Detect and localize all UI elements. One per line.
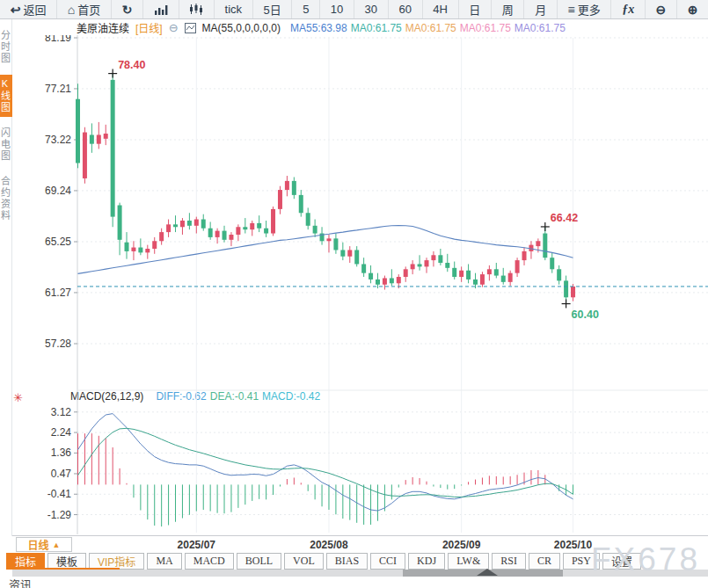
indicator-tab-CCI[interactable]: CCI [370, 553, 405, 570]
zoom-out-icon: ⊖ [656, 4, 667, 16]
ma-value: MA0:61.75 [515, 22, 566, 34]
toolbar-button-5日[interactable]: 5日 [252, 0, 292, 18]
indicator-tab-BIAS[interactable]: BIAS [326, 553, 368, 570]
macd-histogram [78, 433, 573, 526]
fx-icon: ƒx [622, 4, 634, 16]
toolbar-button-label: 更多 [578, 1, 601, 18]
sidebar-item-合约资料[interactable]: 合约资料 [0, 172, 12, 225]
x-axis-label: 2025/09 [442, 539, 480, 551]
toolbar-button-label: 日 [469, 1, 480, 18]
indicator-tab-MACD[interactable]: MACD [185, 553, 234, 570]
x-axis-label: 2025/10 [554, 539, 592, 551]
axis-tick-label: 1.36 [51, 446, 72, 459]
indicator-tab-KDJ[interactable]: KDJ [408, 553, 445, 570]
toolbar-button-label: 30 [365, 3, 377, 16]
axis-tick-label: 73.22 [45, 134, 71, 146]
price-annotation: 66.42 [541, 212, 578, 231]
triangle-up-icon: ▲ [53, 541, 61, 549]
axis-tick-label: 77.21 [45, 83, 71, 95]
toolbar-button-label: 周 [502, 1, 514, 18]
x-axis-label: 2025/07 [178, 539, 215, 551]
ma-formula: MA(55,0,0,0,0,0) [202, 22, 281, 34]
indicator-settings-icon[interactable] [185, 23, 196, 33]
axis-tick-label: -0.41 [47, 488, 72, 500]
toolbar-button-tick[interactable]: tick [214, 0, 252, 18]
indicator-tab-LW&[interactable]: LW& [448, 553, 489, 570]
toolbar-button-label: tick [225, 3, 243, 16]
toolbar-button-label: 10 [331, 3, 343, 16]
period-selector-label: 日线 [28, 537, 49, 552]
kline-chart-canvas[interactable]: 81.1977.2173.2269.2465.2561.2757.283.122… [12, 35, 708, 536]
sidebar-item-分时图[interactable]: 分时图 [0, 26, 12, 68]
ma-value: MA0:61.75 [405, 22, 456, 34]
toolbar-button-周[interactable]: 周 [491, 0, 523, 18]
toolbar-button-label: 5日 [264, 1, 281, 18]
ma-value: MA0:61.75 [460, 22, 511, 34]
collapse-pane-icon[interactable]: ⊖ [169, 22, 179, 33]
toolbar-button-label: 4H [433, 3, 448, 16]
bar-chart-icon [154, 4, 168, 15]
toolbar-button-zoom-in-icon[interactable]: ⊕ [676, 0, 708, 18]
toolbar-button-label: 首页 [77, 1, 100, 18]
axis-tick-label: 57.28 [45, 338, 71, 350]
indicator-tab-BOLL[interactable]: BOLL [237, 553, 281, 570]
toolbar-button-返回[interactable]: ↩返回 [0, 0, 56, 18]
period-tag: [日线] [135, 20, 163, 35]
trading-app-window: ↩返回⌂首页↻tick5日51030604H日周月≡更多ƒx⊖⊕ 分时图K线图闪… [0, 0, 708, 588]
candlestick-icon [189, 4, 203, 15]
x-axis-label: 2025/08 [310, 539, 347, 551]
triangle-up-icon [477, 569, 498, 576]
axis-tick-label: 3.12 [51, 406, 72, 418]
toolbar-button-label: 60 [398, 3, 411, 16]
symbol-title: 美原油连续 [77, 20, 129, 35]
annotation-label: 78.40 [118, 59, 145, 71]
indicator-tab-VOL[interactable]: VOL [284, 553, 324, 570]
back-icon: ↩ [11, 4, 21, 16]
toolbar-button-refresh-icon[interactable]: ↻ [111, 0, 142, 18]
axis-tick-label: -1.29 [47, 509, 72, 521]
drawer-handle[interactable] [403, 570, 563, 577]
refresh-icon: ↻ [122, 4, 133, 16]
toolbar-button-10[interactable]: 10 [319, 0, 354, 18]
mini-chart-icon [185, 23, 196, 33]
toolbar-button-60[interactable]: 60 [388, 0, 422, 18]
axis-tick-label: 0.47 [51, 468, 72, 480]
gridlines [77, 38, 708, 533]
sidebar-item-闪电图[interactable]: 闪电图 [0, 124, 12, 165]
toolbar-button-月[interactable]: 月 [523, 0, 556, 18]
chart-header: 美原油连续 [日线] ⊖ MA(55,0,0,0,0,0) MA55:63.98… [77, 21, 566, 34]
toolbar-button-zoom-out-icon[interactable]: ⊖ [645, 0, 676, 18]
toolbar-button-4H[interactable]: 4H [422, 0, 458, 18]
ma-value: MA0:61.75 [351, 22, 402, 34]
toolbar-button-label: 5 [303, 3, 309, 16]
axis-tick-label: 81.19 [45, 35, 71, 44]
chart-type-sidebar: 分时图K线图闪电图合约资料 [0, 19, 12, 536]
home-icon: ⌂ [68, 4, 75, 16]
toolbar-button-5[interactable]: 5 [291, 0, 319, 18]
axis-tick-label: 65.25 [45, 236, 71, 248]
toolbar-button-日[interactable]: 日 [458, 0, 491, 18]
price-axis: 81.1977.2173.2269.2465.2561.2757.283.122… [45, 35, 708, 534]
ma-values: MA55:63.98MA0:61.75MA0:61.75MA0:61.75MA0… [287, 22, 566, 34]
toolbar-button-bar-chart-icon[interactable] [142, 0, 178, 18]
toolbar-button-candlestick-icon[interactable] [179, 0, 214, 18]
menu-icon: ≡ [568, 4, 575, 16]
toolbar-button-fx-icon[interactable]: ƒx [610, 0, 644, 18]
indicator-tab-CR[interactable]: CR [529, 553, 560, 570]
dea-line [78, 428, 573, 497]
price-annotation: 78.40 [108, 59, 145, 78]
candles [76, 74, 575, 304]
indicator-tab-RSI[interactable]: RSI [492, 553, 526, 570]
top-toolbar: ↩返回⌂首页↻tick5日51030604H日周月≡更多ƒx⊖⊕ [0, 0, 708, 19]
annotation-label: 60.40 [572, 309, 599, 321]
period-selector[interactable]: 日线 ▲ [16, 537, 72, 552]
sidebar-item-K线图[interactable]: K线图 [0, 75, 12, 117]
indicator-tab-MA[interactable]: MA [147, 553, 181, 570]
ma55-line [78, 226, 573, 274]
annotation-label: 66.42 [551, 212, 578, 224]
toolbar-button-label: 返回 [23, 1, 46, 18]
toolbar-button-首页[interactable]: ⌂首页 [56, 0, 111, 18]
toolbar-button-更多[interactable]: ≡更多 [557, 0, 611, 18]
tab-news[interactable]: 资讯 [9, 576, 32, 588]
toolbar-button-30[interactable]: 30 [354, 0, 388, 18]
